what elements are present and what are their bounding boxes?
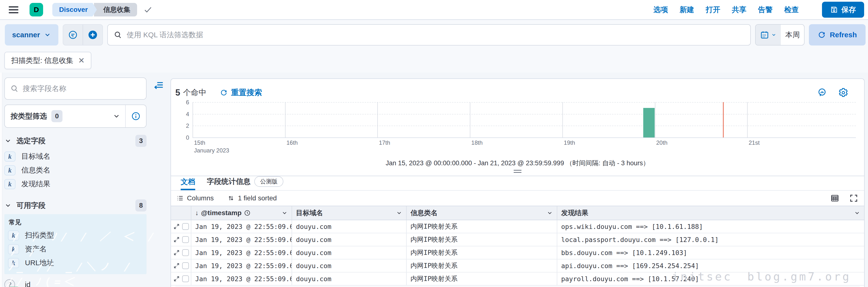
tab-documents[interactable]: 文档 [181, 177, 195, 190]
open-link[interactable]: 打开 [706, 5, 720, 15]
chevron-down-icon [113, 112, 120, 120]
table-row[interactable]: Jan 19, 2023 @ 22:55:09.621 douyu.com 内网… [171, 259, 864, 273]
chart-resize-handle[interactable] [514, 170, 521, 173]
menu-icon[interactable] [9, 6, 19, 13]
column-header-domain[interactable]: 目标域名 [292, 206, 407, 220]
x-axis-line [192, 137, 856, 138]
row-checkbox[interactable] [182, 223, 189, 230]
field-item[interactable]: k 扫描类型 [4, 228, 147, 242]
saved-query-icon[interactable] [63, 25, 83, 45]
row-checkbox[interactable] [182, 262, 189, 269]
time-range-value[interactable]: 本周 [781, 25, 804, 45]
discover-app-badge: D [30, 3, 43, 17]
histogram-bar[interactable] [643, 108, 655, 137]
refresh-button[interactable]: Refresh [809, 24, 866, 45]
current-time-marker [723, 102, 724, 137]
inspect-chart-icon[interactable] [817, 87, 828, 98]
options-link[interactable]: 选项 [653, 5, 668, 15]
filter-pill[interactable]: 扫描类型: 信息收集 ✕ [4, 52, 91, 69]
expand-row-icon[interactable] [174, 276, 180, 282]
reset-search-link[interactable]: 重置搜索 [220, 87, 262, 98]
row-checkbox[interactable] [182, 249, 189, 256]
columns-button[interactable]: Columns [176, 194, 214, 202]
field-item[interactable]: ? _id [4, 278, 147, 287]
y-axis-tick: 2 [180, 123, 189, 129]
field-item[interactable]: k 目标域名 [4, 150, 147, 163]
column-header-info-type[interactable]: 信息类名 [407, 206, 557, 220]
table-row[interactable]: Jan 19, 2023 @ 22:55:09.621 douyu.com 内网… [171, 273, 864, 286]
alerts-link[interactable]: 告警 [758, 5, 773, 15]
kql-search-bar [107, 24, 751, 45]
available-count-badge: 8 [135, 199, 147, 212]
inspect-link[interactable]: 检查 [784, 5, 799, 15]
cell-result: api.douyu.com ==> [169.254.254.254] [557, 259, 864, 272]
chevron-down-icon [4, 137, 11, 145]
field-item[interactable]: k URL地址 [4, 256, 147, 270]
field-item[interactable]: k 信息类名 [4, 163, 147, 177]
selected-fields-section[interactable]: 选定字段 3 [4, 134, 147, 147]
row-checkbox[interactable] [182, 276, 189, 282]
query-menu-group [63, 24, 103, 45]
search-icon [114, 31, 122, 39]
available-fields-section[interactable]: 可用字段 8 [4, 199, 147, 212]
selected-count-badge: 3 [135, 135, 147, 147]
data-view-selector[interactable]: scanner [5, 24, 58, 45]
breadcrumb-saved-search[interactable]: 信息收集 [94, 3, 137, 17]
expand-row-icon[interactable] [174, 250, 180, 256]
cell-timestamp: Jan 19, 2023 @ 22:55:09.621 [191, 259, 292, 272]
expand-row-icon[interactable] [174, 223, 180, 230]
field-info-icon[interactable] [126, 111, 146, 121]
y-gridline [192, 114, 856, 115]
field-search-input[interactable] [23, 85, 141, 93]
filter-by-type-dropdown[interactable]: 按类型筛选 0 [4, 104, 147, 128]
x-gridline [655, 102, 655, 137]
table-row[interactable]: Jan 19, 2023 @ 22:55:09.621 douyu.com 内网… [171, 233, 864, 246]
cell-timestamp: Jan 19, 2023 @ 22:55:09.621 [191, 273, 292, 285]
expand-row-icon[interactable] [174, 262, 180, 269]
keyword-field-icon: k [4, 179, 16, 189]
x-axis-tick: 16th [286, 139, 298, 146]
collapse-sidebar-icon[interactable] [153, 79, 164, 91]
list-icon [176, 195, 184, 202]
field-item[interactable]: k 发现结果 [4, 177, 147, 191]
fullscreen-icon[interactable] [849, 194, 858, 203]
breadcrumb-discover[interactable]: Discover [52, 3, 93, 17]
x-gridline [377, 102, 378, 137]
refresh-icon [220, 89, 228, 97]
save-button[interactable]: 保存 [822, 2, 864, 18]
search-icon [10, 84, 19, 93]
chevron-down-icon [771, 32, 776, 37]
popular-fields-label: 常见 [4, 217, 147, 228]
table-row[interactable]: Jan 19, 2023 @ 22:55:09.621 douyu.com 内网… [171, 220, 864, 233]
column-header-timestamp[interactable]: ↓ @timestamp [191, 206, 292, 220]
table-row[interactable]: Jan 19, 2023 @ 22:55:09.621 douyu.com 内网… [171, 246, 864, 259]
keyword-field-icon: k [8, 244, 19, 254]
hits-label: 个命中 [183, 87, 206, 98]
sort-fields-button[interactable]: 1 field sorted [227, 194, 277, 202]
hits-count: 5 [175, 88, 180, 98]
x-gridline [747, 102, 748, 137]
row-checkbox[interactable] [182, 236, 189, 243]
cell-domain: douyu.com [292, 233, 407, 246]
remove-filter-icon[interactable]: ✕ [78, 56, 85, 65]
field-item[interactable]: k 资产名 [4, 242, 147, 256]
query-toolbar: scanner 本周 [0, 20, 868, 50]
chevron-down-icon [4, 202, 11, 209]
calendar-menu-button[interactable] [755, 25, 781, 45]
new-link[interactable]: 新建 [680, 5, 694, 15]
tab-field-statistics[interactable]: 字段统计信息 公测版 [207, 176, 283, 190]
unknown-field-icon: ? [4, 279, 15, 287]
column-header-result[interactable]: 发现结果 [557, 206, 864, 220]
date-histogram: 024615th16th17th18th19th20th21stJanuary … [192, 102, 856, 155]
expand-row-icon[interactable] [174, 236, 180, 243]
beta-badge: 公测版 [254, 176, 283, 187]
cell-result: bbs.douyu.com ==> [10.1.249.103] [557, 246, 864, 259]
add-filter-icon[interactable] [83, 25, 102, 45]
share-link[interactable]: 共享 [732, 5, 746, 15]
kql-input[interactable] [127, 31, 744, 39]
cell-domain: douyu.com [292, 246, 407, 259]
cell-domain: douyu.com [292, 259, 407, 272]
sort-arrows-icon [227, 195, 235, 202]
display-density-icon[interactable] [830, 194, 839, 203]
gear-icon[interactable] [838, 87, 848, 98]
